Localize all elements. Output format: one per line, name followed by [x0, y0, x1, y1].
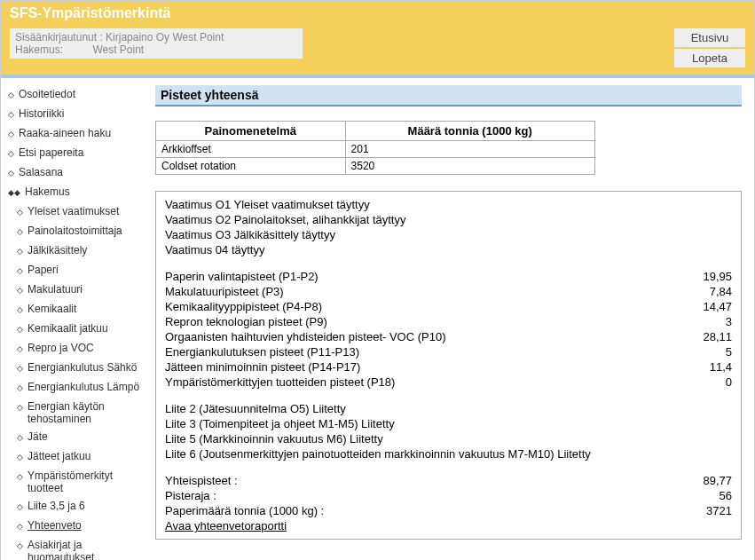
text-line: Vaatimus O2 Painolaitokset, alihankkijat…	[165, 212, 732, 227]
sidebar-item[interactable]: Raaka-aineen haku	[6, 124, 146, 144]
sidebar-item-label: Jäte	[28, 430, 48, 443]
score-value: 11,4	[710, 359, 732, 375]
sidebar-item[interactable]: Ympäristömerkityt tuotteet	[6, 467, 146, 497]
score-label: Energiankulutuksen pisteet (P11-P13)	[165, 344, 359, 359]
sidebar-item[interactable]: Energiankulutus Sähkö	[6, 359, 146, 378]
sidebar-item[interactable]: Kemikaalit	[6, 300, 146, 319]
score-value: 19,95	[703, 269, 732, 284]
table-row: Arkkioffset201	[156, 141, 595, 158]
text-line: Vaatimus O1 Yleiset vaatimukset täyttyy	[165, 197, 732, 212]
spacer	[165, 257, 732, 269]
diamond-open-icon	[8, 88, 14, 102]
home-button[interactable]: Etusivu	[674, 28, 745, 47]
summary-box: Vaatimus O1 Yleiset vaatimukset täyttyyV…	[155, 191, 742, 540]
score-label: Makulatuuripisteet (P3)	[165, 284, 284, 299]
sidebar-item-label: Ympäristömerkityt tuotteet	[28, 469, 145, 494]
sidebar-item-label: Painolaitostoimittaja	[28, 225, 122, 237]
sidebar-item[interactable]: Osoitetiedot	[6, 85, 146, 105]
spacer	[165, 390, 732, 401]
sidebar-item[interactable]: Salasana	[6, 163, 146, 183]
score-label: Jätteen minimoinnin pisteet (P14-P17)	[165, 359, 360, 375]
sidebar-item[interactable]: Etsi papereita	[6, 144, 146, 163]
sidebar-item-label: Energiankulutus Lämpö	[28, 381, 139, 393]
sidebar-item[interactable]: Jätteet jatkuu	[6, 447, 146, 467]
score-row: Paperimäärä tonnia (1000 kg) :3721	[165, 503, 732, 518]
logged-in-label: Sisäänkirjautunut :	[15, 31, 103, 43]
score-row: Repron teknologian pisteet (P9)3	[165, 314, 732, 329]
col-amount: Määrä tonnia (1000 kg)	[345, 122, 594, 141]
score-label: Repron teknologian pisteet (P9)	[165, 314, 327, 329]
score-value: 14,47	[703, 299, 732, 314]
diamond-open-icon	[8, 107, 14, 122]
sidebar-item-label: Jälkikäsittely	[28, 244, 87, 256]
quit-button[interactable]: Lopeta	[674, 49, 745, 67]
sidebar-item[interactable]: Asiakirjat ja huomautukset	[6, 536, 146, 560]
sidebar-item[interactable]: Energian käytön tehostaminen	[6, 398, 146, 428]
score-row: Kemikaalityyppipisteet (P4-P8)14,47	[165, 299, 732, 314]
diamond-open-icon	[17, 430, 23, 445]
sidebar-item[interactable]: Jälkikäsittely	[6, 241, 146, 261]
diamond-open-icon	[17, 469, 23, 484]
sidebar-item-label: Paperi	[28, 264, 59, 276]
sidebar-item[interactable]: Liite 3,5 ja 6	[6, 497, 146, 517]
score-row: Makulatuuripisteet (P3)7,84	[165, 284, 732, 299]
score-value: 89,77	[703, 473, 732, 488]
app-title: SFS-Ympäristömerkintä	[1, 1, 754, 28]
text-line: Liite 2 (Jätesuunnitelma O5) Liitetty	[165, 401, 732, 416]
spacer	[165, 461, 732, 473]
sidebar-item-label: Hakemus	[25, 185, 70, 198]
diamond-open-icon	[17, 244, 23, 258]
score-label: Ympäristömerkittyjen tuotteiden pisteet …	[165, 375, 395, 390]
sidebar-item-label: Jätteet jatkuu	[28, 450, 90, 462]
score-label: Yhteispisteet :	[165, 473, 238, 488]
text-line: Liite 5 (Markkinoinnin vakuutus M6) Liit…	[165, 431, 732, 446]
login-info: Sisäänkirjautunut : Kirjapaino Oy West P…	[10, 28, 303, 59]
diamond-open-icon	[17, 381, 23, 395]
diamond-open-icon	[17, 322, 23, 336]
text-line: Vaatimus O3 Jälkikäsittely täyttyy	[165, 227, 732, 242]
diamond-open-icon	[17, 400, 23, 414]
diamond-open-icon	[17, 539, 23, 553]
score-row: Ympäristömerkittyjen tuotteiden pisteet …	[165, 375, 732, 390]
sidebar-item-label: Kemikaalit jatkuu	[28, 322, 108, 335]
diamond-open-icon	[17, 519, 23, 533]
diamond-open-icon	[17, 283, 23, 297]
score-label: Paperin valintapisteet (P1-P2)	[165, 269, 319, 284]
diamond-open-icon	[17, 225, 23, 239]
sidebar-item-label: Makulatuuri	[28, 283, 83, 296]
sidebar-item-label: Osoitetiedot	[19, 88, 75, 100]
sidebar-item[interactable]: Painolaitostoimittaja	[6, 222, 146, 241]
sidebar-item[interactable]: ◆Hakemus	[6, 183, 146, 202]
score-value: 7,84	[710, 284, 732, 299]
sidebar-item-label: Yleiset vaatimukset	[28, 205, 119, 217]
sidebar-item[interactable]: Jäte	[6, 428, 146, 447]
text-line: Liite 3 (Toimenpiteet ja ohjeet M1-M5) L…	[165, 416, 732, 431]
score-label: Paperimäärä tonnia (1000 kg) :	[165, 503, 324, 518]
sidebar-item[interactable]: Makulatuuri	[6, 280, 146, 300]
score-value: 3721	[706, 503, 732, 518]
open-summary-report-link[interactable]: Avaa yhteenvetoraportti	[165, 518, 287, 533]
sidebar-item[interactable]: Repro ja VOC	[6, 339, 146, 359]
diamond-open-icon	[17, 264, 23, 278]
page-title: Pisteet yhteensä	[155, 85, 742, 106]
score-label: Pisteraja :	[165, 488, 216, 503]
sidebar-item-label: Energian käytön tehostaminen	[28, 400, 145, 425]
col-method: Painomenetelmä	[156, 122, 346, 141]
diamond-filled-icon: ◆	[8, 185, 20, 200]
sidebar: OsoitetiedotHistoriikkiRaaka-aineen haku…	[6, 85, 146, 560]
sidebar-item[interactable]: Kemikaalit jatkuu	[6, 319, 146, 339]
sidebar-item-label: Etsi papereita	[19, 146, 83, 159]
diamond-open-icon	[17, 500, 23, 514]
sidebar-item[interactable]: Historiikki	[6, 105, 146, 124]
score-value: 28,11	[703, 329, 732, 344]
sidebar-item[interactable]: Paperi	[6, 261, 146, 280]
sidebar-item[interactable]: Yhteenveto	[6, 517, 146, 536]
sidebar-item[interactable]: Yleiset vaatimukset	[6, 202, 146, 222]
cell-method: Arkkioffset	[156, 141, 346, 158]
score-row: Energiankulutuksen pisteet (P11-P13)5	[165, 344, 732, 359]
score-row: Paperin valintapisteet (P1-P2)19,95	[165, 269, 732, 284]
logged-in-value: Kirjapaino Oy West Point	[106, 31, 224, 43]
score-row: Orgaanisten haihtuvien yhdisteiden piste…	[165, 329, 732, 344]
sidebar-item[interactable]: Energiankulutus Lämpö	[6, 378, 146, 398]
sidebar-item-label: Historiikki	[19, 107, 64, 120]
